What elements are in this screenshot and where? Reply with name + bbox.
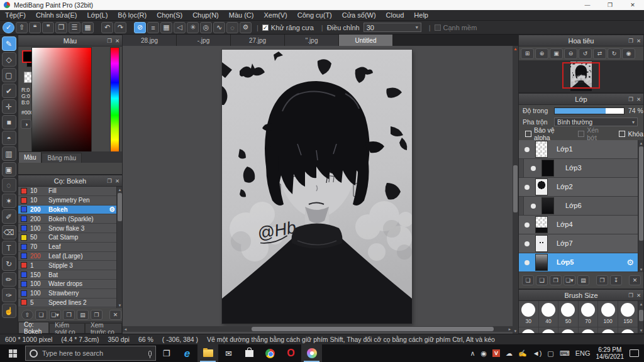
- brush-cloud-button[interactable]: ⇧: [21, 310, 33, 320]
- bucket-tool-button[interactable]: ◓: [2, 131, 16, 145]
- Lớp6[interactable]: Lớp6 ⚙: [519, 197, 639, 216]
- close-icon[interactable]: ✕: [115, 38, 119, 44]
- close-icon[interactable]: ✕: [636, 292, 641, 299]
- menu-item[interactable]: Lớp(L): [82, 10, 113, 21]
- snap-radial-icon[interactable]: ✳: [187, 22, 199, 33]
- Lớp1[interactable]: Lớp1 ⚙: [519, 140, 639, 159]
- tray-pen-icon[interactable]: ✍: [518, 349, 527, 358]
- correction-dropdown[interactable]: 30 ▾: [364, 23, 421, 32]
- Lớp5[interactable]: Lớp5 ⚙: [519, 253, 639, 272]
- horizontal-scroll-thumb[interactable]: [252, 327, 494, 331]
- snap-parallel-icon[interactable]: ≡: [147, 22, 159, 33]
- tray-onedrive-icon[interactable]: ☁: [506, 349, 513, 358]
- undo-icon[interactable]: ↶: [101, 22, 113, 33]
- tray-vlc-icon[interactable]: V: [492, 349, 500, 357]
- hand-tool-button[interactable]: ☝: [2, 304, 16, 318]
- snap-off-icon[interactable]: ⊘: [134, 22, 146, 33]
- canvas-viewport[interactable]: ◄ ►: [123, 46, 513, 334]
- Strawberry[interactable]: 100 Strawberry ⚙: [18, 289, 118, 299]
- menu-item[interactable]: Cloud: [381, 10, 409, 21]
- brush-size-scrollbar[interactable]: ▲ ▼: [638, 301, 643, 333]
- Water drops[interactable]: 100 Water drops ⚙: [18, 280, 118, 289]
- clipping-checkbox[interactable]: [578, 131, 584, 137]
- popout-icon[interactable]: ❐: [628, 96, 633, 102]
- menu-item[interactable]: Help: [409, 10, 433, 21]
- Speed lines 2[interactable]: 5 Speed lines 2 ⚙: [18, 299, 118, 308]
- delete-layer-button[interactable]: ✕: [629, 275, 641, 285]
- tray-keyboard-icon[interactable]: ⌨: [560, 349, 570, 358]
- brush-size-cell[interactable]: [579, 327, 599, 333]
- scroll-right-icon[interactable]: ►: [507, 326, 513, 332]
- snap-settings-icon[interactable]: ⚙: [240, 22, 252, 33]
- zoom-area-icon[interactable]: ⊞: [521, 48, 534, 59]
- add-8bit-layer-button[interactable]: ❑: [536, 275, 548, 285]
- document-tab[interactable]: 28.jpg: [123, 35, 177, 46]
- Bokeh[interactable]: 200 Bokeh ⚙: [18, 206, 118, 215]
- language-indicator[interactable]: ENG: [575, 349, 591, 357]
- brush-size-cell[interactable]: 150: [618, 301, 638, 327]
- Lớp2[interactable]: Lớp2 ⚙: [519, 178, 639, 197]
- saturation-value-picker[interactable]: [31, 47, 92, 161]
- menu-item[interactable]: Bộ lọc(R): [113, 10, 152, 21]
- Leaf[interactable]: 70 Leaf ⚙: [18, 243, 118, 252]
- Snow flake 3[interactable]: 100 Snow flake 3 ⚙: [18, 224, 118, 233]
- menu-item[interactable]: Chọn(S): [152, 10, 187, 21]
- scroll-left-icon[interactable]: ◄: [123, 326, 128, 332]
- binocular-icon[interactable]: ◉: [622, 48, 635, 59]
- merge-layer-button[interactable]: ↧: [610, 275, 622, 285]
- snap-curve-icon[interactable]: ∿: [213, 22, 225, 33]
- layer-list-scrollbar[interactable]: ▲ ▼: [638, 140, 643, 272]
- fit-screen-icon[interactable]: ▣: [550, 48, 563, 59]
- add-special-layer-button[interactable]: ❏▾: [564, 275, 575, 285]
- vertical-scroll-thumb[interactable]: [513, 165, 518, 212]
- zoom-out-icon[interactable]: ⊖: [564, 48, 577, 59]
- brush-tool-button[interactable]: ✎: [2, 36, 16, 51]
- snap-vanishing-icon[interactable]: ◁: [174, 22, 186, 33]
- brush-size-cell[interactable]: 70: [579, 301, 599, 327]
- layer-folder-button[interactable]: ▤: [577, 275, 589, 285]
- pen-tool-button[interactable]: ✏: [2, 272, 16, 287]
- zoom-in-icon[interactable]: ⊕: [535, 48, 548, 59]
- gradient-tool-button[interactable]: ▥: [2, 146, 16, 161]
- popout-icon[interactable]: ❐: [628, 292, 633, 299]
- eyedropper-tool-button[interactable]: ✑: [2, 288, 16, 302]
- magic-wand-tool-button[interactable]: ✶: [2, 194, 16, 208]
- brush-list-scrollbar[interactable]: ▲ ▼: [116, 187, 122, 308]
- cloud-save-icon[interactable]: ✓: [3, 22, 14, 33]
- snap-grid-icon[interactable]: ▦: [160, 22, 172, 33]
- navigator-preview[interactable]: [519, 60, 643, 92]
- brush-size-cell[interactable]: 100: [598, 301, 618, 327]
- hue-slider[interactable]: [110, 47, 119, 161]
- taskbar-taskview-button[interactable]: ❐: [156, 344, 177, 362]
- duplicate-layer-button[interactable]: ❐: [596, 275, 608, 285]
- action-center-icon[interactable]: [630, 349, 639, 357]
- Bokeh (Sparkle)[interactable]: 200 Bokeh (Sparkle) ⚙: [18, 214, 118, 224]
- brush-size-cell[interactable]: [539, 327, 559, 333]
- tray-volume-icon[interactable]: ◄): [533, 349, 542, 357]
- menu-item[interactable]: Công cụ(T): [292, 10, 337, 21]
- antialias-checkbox[interactable]: ✓: [262, 25, 269, 31]
- taskbar-store-button[interactable]: [239, 344, 260, 362]
- Lớp3[interactable]: Lớp3 ⚙: [519, 159, 639, 178]
- Lớp4[interactable]: Lớp4 ⚙: [519, 216, 639, 234]
- Bat[interactable]: 150 Bat ⚙: [18, 270, 118, 280]
- brush-panel-tab[interactable]: Cọ: Bokeh: [18, 322, 49, 333]
- protect-alpha-checkbox[interactable]: [525, 131, 531, 137]
- rotate-reset-icon[interactable]: ↻: [608, 48, 621, 59]
- grid-pen-icon[interactable]: ▦: [82, 22, 94, 33]
- delete-brush-button[interactable]: ✕: [109, 310, 121, 320]
- brush-size-cell[interactable]: [598, 327, 618, 333]
- snap-ellipse-icon[interactable]: ◌: [226, 22, 238, 33]
- scroll-down-icon[interactable]: ▼: [513, 328, 518, 334]
- text-tool-button[interactable]: T: [2, 241, 16, 255]
- brush-size-cell[interactable]: [519, 327, 539, 333]
- menu-item[interactable]: Màu (C): [224, 10, 259, 21]
- polyline-tool-button[interactable]: ✔: [2, 84, 16, 98]
- color-panel-tab[interactable]: Màu: [18, 151, 42, 163]
- taskbar-search-input[interactable]: Type here to search: [25, 346, 156, 361]
- document-icon[interactable]: ❐: [55, 22, 67, 33]
- select-rect-tool-button[interactable]: ▢: [2, 68, 16, 82]
- lasso-tool-button[interactable]: ◌: [2, 178, 16, 192]
- document-tab[interactable]: 27.jpg: [231, 35, 285, 46]
- select-pen-tool-button[interactable]: ✐: [2, 209, 16, 224]
